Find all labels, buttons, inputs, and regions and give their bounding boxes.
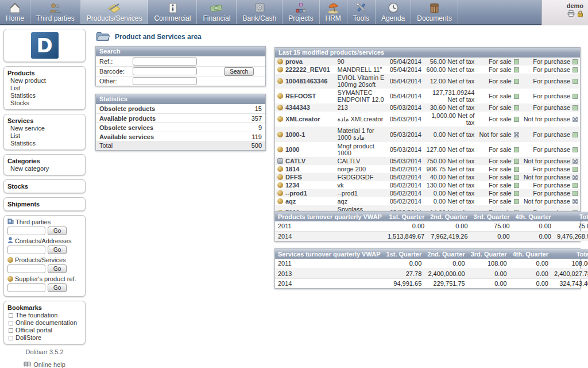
quick-search-supplier-ref[interactable]: Supplier's product ref. [7,275,82,283]
quick-search-third-parties[interactable]: Third parties [7,218,82,226]
statistic-label[interactable]: Available products [99,115,156,121]
bookmark-link[interactable]: DoliStore [7,334,82,342]
quick-search-contacts-go-button[interactable]: Go [48,246,67,254]
sidebar-title-categories[interactable]: Categories [7,157,82,165]
search-button[interactable]: Search [224,67,254,76]
sidebar-section-products: Products New product List Statistics Sto… [3,66,86,110]
product-ref-link[interactable]: prova [285,58,303,65]
sale-status-icon [514,175,519,180]
quick-search-products-input[interactable] [7,264,45,273]
bookmark-link[interactable]: Online documentation [7,319,82,327]
search-panel: Search Ref.: Barcode: Search Other: [95,46,266,86]
tab-products-services[interactable]: Products/Services [81,0,149,24]
purchase-status-icon [572,175,578,180]
tab-third-parties[interactable]: Third parties [30,0,81,24]
product-ref-link[interactable]: REFOOST [285,93,316,99]
product-label: FGDGDGDF [335,173,386,181]
product-type-icon [277,78,283,84]
statistics-total-row: Total 500 [96,141,265,150]
quick-search-supplier-ref-input[interactable] [7,283,45,292]
table-row: 1000-1 Material 1 for 1000 مادة 05/03/20… [275,126,580,142]
product-ref-link[interactable]: 100481463346 [285,78,327,85]
quick-search-third-parties-go-button[interactable]: Go [48,227,67,235]
tab-label: Third parties [36,14,75,22]
sidebar-title-stocks[interactable]: Stocks [7,182,82,190]
purchase-status-icon [572,147,578,152]
quick-search-products-go-button[interactable]: Go [48,264,67,273]
turnover-year: 2014 [275,231,385,241]
purchase-status: For purchase [521,74,580,89]
sidebar-item[interactable]: Statistics [7,92,82,99]
product-ref-link[interactable]: 222222_REV01 [285,66,330,73]
sale-status: For sale [477,142,521,157]
sidebar-item[interactable]: Statistics [7,140,82,147]
purchase-status-label: For purchase [533,78,570,85]
purchase-status-label: For purchase [533,146,570,153]
statistic-label[interactable]: Available services [99,133,154,140]
statistic-label[interactable]: Obsolete products [99,105,155,112]
quick-search-supplier-ref-go-button[interactable]: Go [48,283,67,292]
sidebar-item[interactable]: Stocks [7,99,82,107]
table-row: 2014 94,991.65 229,751.75 0.00 0.00 324,… [275,278,588,288]
sale-status: For sale [477,181,521,189]
sale-status: For sale [477,173,521,181]
tab-tools[interactable]: Tools [347,0,376,24]
product-ref-link[interactable]: 1234 [285,182,299,189]
sale-status-label: For sale [489,78,512,85]
modified-date: 05/03/2014 [387,103,424,112]
sidebar-title-services[interactable]: Services [7,117,82,125]
sidebar-title-products[interactable]: Products [7,69,82,77]
product-ref-link[interactable]: 1814 [285,166,299,172]
online-help-link[interactable]: Online help [3,361,86,368]
quick-search-products[interactable]: Products/Services [7,256,82,264]
turnover-value: 7,962,419.26 [427,231,470,241]
purchase-status: For purchase [521,89,580,103]
product-label: مادة XMLcreator [335,112,386,126]
product-price: 56.00 Net of tax [424,57,477,66]
product-label: --prod1 [335,189,386,197]
ref-search-input[interactable] [133,57,197,66]
modified-date: 05/02/2014 [387,165,424,173]
tab-commercial[interactable]: Commercial [148,0,197,24]
sidebar-title-shipments[interactable]: Shipments [7,200,82,208]
product-ref-link[interactable]: --prod1 [285,190,307,197]
sale-status-icon [514,105,519,110]
product-ref-link[interactable]: CATLV [285,158,305,164]
sidebar-item[interactable]: New service [7,125,82,132]
tab-projects[interactable]: Projects [283,0,319,24]
sidebar-item[interactable]: List [7,132,82,140]
bookmarks-title: Bookmarks [7,304,82,312]
product-ref-link[interactable]: aqz [285,198,296,205]
product-ref-link[interactable]: 1000 [285,146,299,153]
sale-status-label: For sale [489,182,512,189]
sale-status-label: For sale [489,174,512,181]
tab-documents[interactable]: Documents [411,0,458,24]
table-row: REFOOST SYMANTEC ENDPOINT 12.0 05/04/201… [275,89,580,103]
sidebar-item[interactable]: List [7,85,82,92]
other-search-input[interactable] [133,77,197,85]
product-ref-link[interactable]: DFFS [285,174,302,181]
product-sphere-icon [7,276,13,282]
tab-hrm[interactable]: HRM [320,0,347,24]
product-ref-link[interactable]: 4344343 [285,104,310,111]
bookmark-link[interactable]: The foundation [7,312,82,319]
sidebar-item[interactable]: New category [7,165,82,172]
quick-search-contacts-input[interactable] [7,246,45,254]
statistic-label[interactable]: Obsolete services [99,124,153,131]
logout-lock-icon[interactable] [577,10,583,18]
modified-date: 05/02/2014 [387,189,424,197]
product-price: 0.00 Net of tax [424,189,477,197]
print-icon[interactable] [567,10,575,18]
tab-home[interactable]: Home [0,0,30,24]
tab-agenda[interactable]: Agenda [376,0,411,24]
barcode-search-input[interactable] [133,67,197,75]
sidebar-item[interactable]: New product [7,77,82,85]
tab-financial[interactable]: Financial [197,0,237,24]
bookmark-link[interactable]: Official portal [7,327,82,334]
product-ref-link[interactable]: 1000-1 [285,131,305,138]
quick-search-contacts[interactable]: Contacts/Addresses [7,237,82,245]
quick-search-third-parties-input[interactable] [7,227,45,235]
tab-bank-cash[interactable]: Bank/Cash [237,0,283,24]
product-ref-link[interactable]: XMLcreator [285,116,320,122]
home-icon [8,1,22,14]
